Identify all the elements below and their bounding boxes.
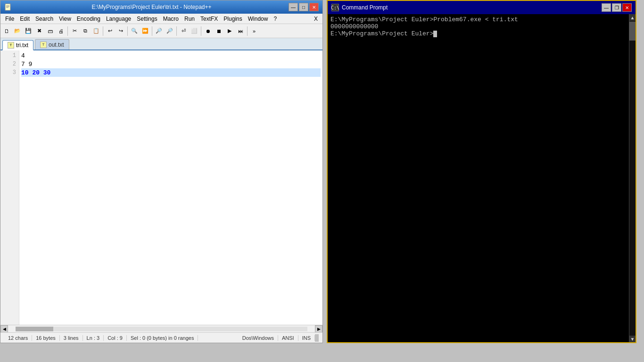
notepad-window: E:\MyPrograms\Project Euler\tri.txt - No… bbox=[0, 0, 323, 343]
status-sel: Sel : 0 (0 bytes) in 0 ranges bbox=[127, 335, 198, 341]
cmd-line-2: 0000000000000 bbox=[330, 23, 626, 30]
toolbar-sep7 bbox=[247, 26, 248, 36]
cmd-titlebar: C:\ Command Prompt — ❐ ✕ bbox=[328, 1, 636, 14]
notepad-close-btn[interactable]: ✕ bbox=[309, 3, 319, 11]
menu-window[interactable]: Window bbox=[245, 15, 271, 23]
status-ln: Ln : 3 bbox=[83, 335, 104, 341]
toolbar-redo[interactable]: ↪ bbox=[116, 26, 126, 36]
menu-view[interactable]: View bbox=[56, 15, 74, 23]
editor-area[interactable]: 1 2 3 4 7 9 10 20 30 bbox=[0, 50, 322, 325]
notepad-status-bar: 12 chars 16 bytes 3 lines Ln : 3 Col : 9… bbox=[0, 332, 322, 343]
titlebar-left bbox=[4, 3, 15, 11]
cmd-scroll-down[interactable]: ▼ bbox=[629, 336, 636, 342]
toolbar-cut[interactable]: ✂ bbox=[69, 26, 80, 36]
cmd-line-1: E:\MyPrograms\Project Euler>Problem67.ex… bbox=[330, 16, 626, 23]
tab-tri-txt[interactable]: T tri.txt bbox=[2, 40, 33, 50]
toolbar-copy[interactable]: ⧉ bbox=[80, 26, 91, 36]
notepad-menu-bar: File Edit Search View Encoding Language … bbox=[0, 14, 322, 24]
cmd-scroll-up[interactable]: ▲ bbox=[629, 14, 636, 21]
status-col: Col : 9 bbox=[104, 335, 127, 341]
toolbar-zoomin[interactable]: 🔎 bbox=[165, 26, 175, 36]
cmd-scroll-track[interactable] bbox=[629, 41, 636, 336]
toolbar-closeall[interactable]: ✖ bbox=[34, 26, 44, 36]
status-chars: 12 chars bbox=[4, 335, 32, 341]
code-text-1: 4 bbox=[21, 52, 25, 59]
notepad-tab-bar: T tri.txt T out.txt bbox=[0, 38, 322, 50]
scrollbar-track[interactable] bbox=[16, 327, 307, 331]
tab-tri-label: tri.txt bbox=[16, 42, 28, 49]
toolbar-record[interactable]: ⏺ bbox=[203, 26, 213, 36]
line-number-3: 3 bbox=[0, 68, 19, 77]
menu-encoding[interactable]: Encoding bbox=[74, 15, 103, 23]
code-text-2: 7 9 bbox=[21, 61, 32, 68]
toolbar-findnext[interactable]: ⏩ bbox=[140, 26, 150, 36]
toolbar-stoprec[interactable]: ⏹ bbox=[214, 26, 224, 36]
tab-out-label: out.txt bbox=[49, 41, 64, 48]
svg-rect-0 bbox=[5, 4, 10, 10]
cmd-close-btn[interactable]: ✕ bbox=[622, 3, 632, 12]
toolbar-saveall[interactable]: 🗃 bbox=[45, 26, 55, 36]
code-line-2: 7 9 bbox=[21, 60, 321, 68]
scrollbar-thumb[interactable] bbox=[16, 327, 53, 331]
toolbar-wordwrap[interactable]: ⏎ bbox=[178, 26, 189, 36]
status-ins: INS bbox=[298, 335, 315, 341]
toolbar-sep1 bbox=[67, 26, 68, 36]
toolbar-find[interactable]: 🔍 bbox=[129, 26, 140, 36]
toolbar-more[interactable]: » bbox=[249, 26, 259, 36]
toolbar-new[interactable]: 🗋 bbox=[1, 26, 12, 36]
menu-plugins[interactable]: Plugins bbox=[221, 15, 245, 23]
status-ansi: ANSI bbox=[278, 335, 298, 341]
toolbar-sep3 bbox=[127, 26, 128, 36]
cmd-title: Command Prompt bbox=[342, 4, 388, 11]
code-text-3: 10 20 30 bbox=[21, 69, 50, 76]
status-bytes: 16 bytes bbox=[32, 335, 60, 341]
cmd-minimize-btn[interactable]: — bbox=[602, 3, 611, 12]
cmd-restore-btn[interactable]: ❐ bbox=[612, 3, 621, 12]
toolbar-print[interactable]: 🖨 bbox=[56, 26, 66, 36]
notepad-minimize-btn[interactable]: — bbox=[289, 3, 298, 11]
scroll-left-btn[interactable]: ◀ bbox=[0, 325, 8, 333]
toolbar-save[interactable]: 💾 bbox=[23, 26, 33, 36]
menu-macro[interactable]: Macro bbox=[160, 15, 182, 23]
tab-out-icon: T bbox=[40, 41, 47, 48]
notepad-toolbar: 🗋 📂 💾 ✖ 🗃 🖨 ✂ ⧉ 📋 ↩ ↪ 🔍 ⏩ 🔎 🔎 ⏎ ⬜ ⏺ ⏹ ▶ … bbox=[0, 24, 322, 38]
menu-language[interactable]: Language bbox=[103, 15, 134, 23]
notepad-titlebar: E:\MyPrograms\Project Euler\tri.txt - No… bbox=[0, 0, 322, 14]
toolbar-zoomout[interactable]: 🔎 bbox=[154, 26, 164, 36]
toolbar-sep4 bbox=[152, 26, 152, 36]
notepad-maximize-btn[interactable]: □ bbox=[299, 3, 308, 11]
cmd-cursor bbox=[433, 31, 437, 37]
toolbar-sep2 bbox=[103, 26, 103, 36]
status-resize-grip bbox=[315, 334, 319, 342]
h-scrollbar[interactable]: ◀ ▶ bbox=[0, 325, 322, 332]
toolbar-undo[interactable]: ↩ bbox=[105, 26, 115, 36]
cmd-content-area: E:\MyPrograms\Project Euler>Problem67.ex… bbox=[328, 14, 636, 342]
cmd-scrollbar[interactable]: ▲ ▼ bbox=[629, 14, 636, 342]
menu-edit[interactable]: Edit bbox=[17, 15, 33, 23]
tab-tri-icon: T bbox=[8, 42, 14, 49]
toolbar-runmacro[interactable]: ⏭ bbox=[235, 26, 246, 36]
toolbar-playrec[interactable]: ▶ bbox=[224, 26, 235, 36]
tab-out-txt[interactable]: T out.txt bbox=[35, 39, 69, 49]
menu-search[interactable]: Search bbox=[33, 15, 56, 23]
toolbar-sep5 bbox=[176, 26, 177, 36]
menu-file[interactable]: File bbox=[2, 15, 17, 23]
menu-textfx[interactable]: TextFX bbox=[198, 15, 221, 23]
line-numbers: 1 2 3 bbox=[0, 50, 19, 325]
cmd-scroll-thumb[interactable] bbox=[629, 22, 636, 41]
notepad-app-icon bbox=[4, 3, 12, 11]
cmd-content[interactable]: E:\MyPrograms\Project Euler>Problem67.ex… bbox=[328, 14, 629, 342]
toolbar-alldocs[interactable]: ⬜ bbox=[189, 26, 199, 36]
scroll-right-btn[interactable]: ▶ bbox=[315, 325, 322, 333]
menu-settings[interactable]: Settings bbox=[134, 15, 160, 23]
toolbar-paste[interactable]: 📋 bbox=[91, 26, 101, 36]
menu-help[interactable]: ? bbox=[271, 15, 280, 23]
cmd-app-icon: C:\ bbox=[331, 4, 339, 11]
editor-content[interactable]: 4 7 9 10 20 30 bbox=[19, 50, 322, 325]
toolbar-open[interactable]: 📂 bbox=[12, 26, 23, 36]
menu-x[interactable]: X bbox=[311, 15, 321, 23]
status-lines: 3 lines bbox=[60, 335, 83, 341]
menu-run[interactable]: Run bbox=[182, 15, 198, 23]
cmd-titlebar-left: C:\ Command Prompt bbox=[331, 4, 388, 11]
cmd-window-controls: — ❐ ✕ bbox=[602, 3, 632, 12]
